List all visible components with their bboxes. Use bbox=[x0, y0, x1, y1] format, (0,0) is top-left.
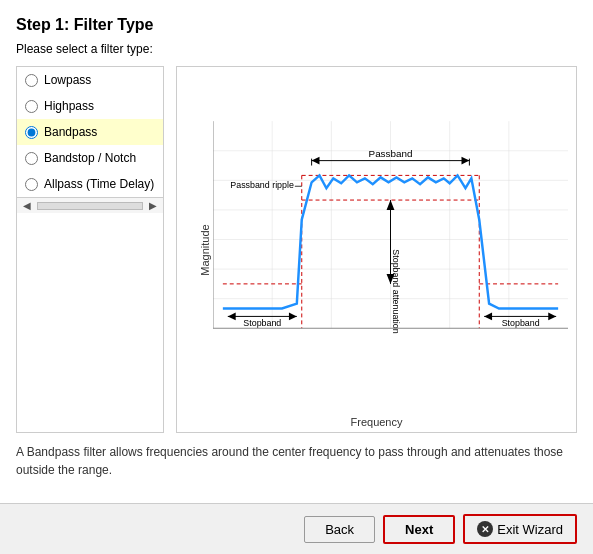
filter-item-allpass[interactable]: Allpass (Time Delay) bbox=[17, 171, 163, 197]
filter-list: Lowpass Highpass Bandpass Bandstop / Not… bbox=[16, 66, 164, 433]
filter-item-bandpass[interactable]: Bandpass bbox=[17, 119, 163, 145]
chart-svg: Passband Passband ripple Stopband attenu… bbox=[213, 75, 568, 404]
main-container: Step 1: Filter Type Please select a filt… bbox=[0, 0, 593, 554]
radio-bandstop[interactable] bbox=[25, 152, 38, 165]
footer: Back Next ✕ Exit Wizard bbox=[0, 503, 593, 554]
filter-item-highpass[interactable]: Highpass bbox=[17, 93, 163, 119]
page-title: Step 1: Filter Type bbox=[16, 16, 577, 34]
y-axis-label: Magnitude bbox=[199, 224, 211, 275]
svg-text:Passband ripple: Passband ripple bbox=[230, 180, 294, 190]
subtitle: Please select a filter type: bbox=[16, 42, 577, 56]
filter-label-highpass: Highpass bbox=[44, 99, 94, 113]
svg-marker-31 bbox=[289, 312, 297, 320]
content-row: Lowpass Highpass Bandpass Bandstop / Not… bbox=[16, 66, 577, 433]
radio-lowpass[interactable] bbox=[25, 74, 38, 87]
next-button[interactable]: Next bbox=[383, 515, 455, 544]
filter-label-bandstop: Bandstop / Notch bbox=[44, 151, 136, 165]
x-axis-label: Frequency bbox=[351, 416, 403, 428]
radio-bandpass[interactable] bbox=[25, 126, 38, 139]
radio-highpass[interactable] bbox=[25, 100, 38, 113]
svg-text:Passband: Passband bbox=[369, 148, 413, 159]
svg-text:Stopband: Stopband bbox=[502, 318, 540, 328]
radio-allpass[interactable] bbox=[25, 178, 38, 191]
exit-icon: ✕ bbox=[477, 521, 493, 537]
chart-container: Magnitude Frequency bbox=[176, 66, 577, 433]
svg-marker-34 bbox=[484, 312, 492, 320]
filter-label-allpass: Allpass (Time Delay) bbox=[44, 177, 154, 191]
back-button[interactable]: Back bbox=[304, 516, 375, 543]
filter-label-lowpass: Lowpass bbox=[44, 73, 91, 87]
scroll-track[interactable] bbox=[37, 202, 143, 210]
svg-text:Stopband: Stopband bbox=[243, 318, 281, 328]
svg-marker-30 bbox=[228, 312, 236, 320]
scrollbar-row: ◀ ▶ bbox=[17, 197, 163, 213]
svg-text:Stopband attenuation: Stopband attenuation bbox=[391, 249, 401, 333]
svg-marker-26 bbox=[387, 200, 395, 210]
filter-label-bandpass: Bandpass bbox=[44, 125, 97, 139]
filter-item-lowpass[interactable]: Lowpass bbox=[17, 67, 163, 93]
scroll-left-arrow[interactable]: ◀ bbox=[21, 200, 33, 211]
svg-marker-20 bbox=[312, 157, 320, 165]
exit-wizard-button[interactable]: ✕ Exit Wizard bbox=[463, 514, 577, 544]
svg-marker-35 bbox=[548, 312, 556, 320]
exit-label: Exit Wizard bbox=[497, 522, 563, 537]
filter-item-bandstop[interactable]: Bandstop / Notch bbox=[17, 145, 163, 171]
svg-marker-21 bbox=[462, 157, 470, 165]
scroll-right-arrow[interactable]: ▶ bbox=[147, 200, 159, 211]
description: A Bandpass filter allows frequencies aro… bbox=[16, 443, 577, 495]
